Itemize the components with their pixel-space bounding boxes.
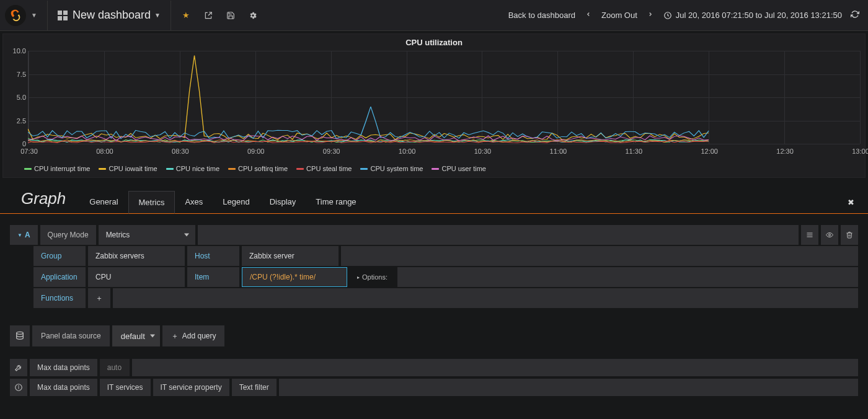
- panel-title[interactable]: CPU utilization: [4, 34, 864, 51]
- query-letter-toggle[interactable]: ▼ A: [10, 225, 38, 245]
- legend-item[interactable]: CPU interrupt time: [24, 165, 90, 172]
- dashboard-picker[interactable]: New dashboard ▼: [51, 5, 167, 26]
- legend-color-swatch: [432, 168, 439, 170]
- series-line: [28, 56, 709, 140]
- legend-label: CPU softirq time: [238, 165, 288, 172]
- info-icon[interactable]: [10, 379, 27, 396]
- host-input[interactable]: Zabbix server: [242, 246, 339, 266]
- time-forward-button[interactable]: [642, 11, 658, 20]
- application-input[interactable]: CPU: [88, 267, 185, 287]
- query-editor: ▼ A Query Mode Metrics Group Zabbix se: [0, 214, 868, 314]
- settings-button[interactable]: [242, 5, 264, 26]
- zoom-out-button[interactable]: Zoom Out: [601, 11, 637, 20]
- options-toggle[interactable]: ▸Options:: [350, 267, 395, 287]
- panel-datasource-row: Panel data source default ＋Add query: [0, 314, 868, 353]
- legend-label: CPU iowait time: [108, 165, 157, 172]
- legend-color-swatch: [99, 168, 106, 170]
- row-spacer: [341, 246, 858, 266]
- x-axis-tick: 11:30: [626, 148, 643, 155]
- clock-icon: [663, 11, 672, 20]
- tab-time-range[interactable]: Time range: [306, 191, 366, 213]
- x-axis-tick: 08:00: [96, 148, 113, 155]
- dashboard-grid-icon: [58, 11, 68, 20]
- back-to-dashboard-link[interactable]: Back to dashboard: [508, 11, 575, 20]
- legend-item[interactable]: CPU system time: [360, 165, 423, 172]
- y-axis-tick: 5.0: [9, 94, 26, 101]
- legend-label: CPU steal time: [306, 165, 352, 172]
- legend-item[interactable]: CPU steal time: [296, 165, 352, 172]
- tab-general[interactable]: General: [79, 191, 128, 213]
- legend-color-swatch: [166, 168, 174, 170]
- query-mode-select[interactable]: Metrics: [99, 225, 195, 245]
- dashboard-title: New dashboard: [73, 9, 151, 22]
- svg-point-5: [17, 332, 24, 334]
- add-function-button[interactable]: ＋: [88, 288, 110, 308]
- tab-metrics[interactable]: Metrics: [128, 191, 175, 214]
- it-services-cell[interactable]: IT services: [100, 379, 151, 396]
- chart-legend: CPU interrupt timeCPU iowait timeCPU nic…: [4, 162, 864, 175]
- tab-legend[interactable]: Legend: [213, 191, 259, 213]
- logo-dropdown-caret-icon[interactable]: ▼: [31, 12, 37, 19]
- query-toggle-visibility-button[interactable]: [821, 225, 838, 245]
- item-input[interactable]: /CPU (?!idle).* time/: [242, 267, 347, 287]
- row-spacer: [132, 359, 858, 376]
- refresh-button[interactable]: [847, 10, 863, 20]
- panel-datasource-select[interactable]: default: [112, 325, 160, 346]
- y-axis-tick: 2.5: [9, 117, 26, 125]
- editor-type-title: Graph: [7, 189, 79, 213]
- dashboard-caret-icon: ▼: [154, 12, 161, 19]
- time-range-picker[interactable]: Jul 20, 2016 07:21:50 to Jul 20, 2016 13…: [663, 11, 842, 20]
- caret-right-icon: ▸: [357, 275, 360, 280]
- tab-axes[interactable]: Axes: [175, 191, 213, 213]
- legend-item[interactable]: CPU user time: [432, 165, 486, 172]
- text-filter-cell[interactable]: Text filter: [232, 379, 277, 396]
- svg-point-8: [19, 386, 19, 386]
- topbar: ▼ New dashboard ▼ ★ Back to dashboard Zo…: [0, 0, 868, 31]
- time-back-button[interactable]: [580, 11, 596, 20]
- panel-editor: Graph GeneralMetricsAxesLegendDisplayTim…: [0, 180, 868, 405]
- editor-close-button[interactable]: ✖: [841, 192, 861, 213]
- share-button[interactable]: [197, 5, 219, 26]
- max-data-points-label: Max data points: [30, 359, 97, 376]
- chart-area[interactable]: 02.55.07.510.007:3008:0008:3009:0009:301…: [4, 51, 864, 162]
- max-data-points-input[interactable]: auto: [100, 359, 130, 376]
- legend-item[interactable]: CPU softirq time: [228, 165, 288, 172]
- add-query-button[interactable]: ＋Add query: [162, 325, 225, 346]
- x-axis-tick: 08:30: [172, 148, 189, 155]
- y-axis-tick: 0: [9, 140, 26, 148]
- star-button[interactable]: ★: [175, 5, 197, 26]
- it-service-property-cell[interactable]: IT service property: [153, 379, 229, 396]
- svg-point-4: [829, 234, 831, 236]
- legend-label: CPU system time: [370, 165, 423, 172]
- legend-label: CPU interrupt time: [34, 165, 90, 172]
- save-button[interactable]: [219, 5, 242, 26]
- legend-color-swatch: [360, 168, 368, 170]
- row-spacer: [279, 379, 858, 396]
- time-range-text: Jul 20, 2016 07:21:50 to Jul 20, 2016 13…: [676, 11, 842, 20]
- legend-color-swatch: [228, 168, 236, 170]
- plus-icon: ＋: [171, 331, 179, 342]
- query-delete-button[interactable]: [841, 225, 858, 245]
- datasource-icon: [10, 325, 30, 346]
- y-axis-tick: 7.5: [9, 71, 26, 78]
- panel-datasource-label: Panel data source: [32, 325, 110, 346]
- legend-item[interactable]: CPU iowait time: [99, 165, 157, 172]
- query-menu-button[interactable]: [801, 225, 818, 245]
- grafana-logo-icon[interactable]: [5, 5, 26, 26]
- legend-color-swatch: [24, 168, 32, 170]
- application-label: Application: [33, 267, 86, 287]
- tab-display[interactable]: Display: [260, 191, 306, 213]
- y-axis-tick: 10.0: [9, 47, 26, 55]
- query-row-spacer: [198, 225, 799, 245]
- group-input[interactable]: Zabbix servers: [88, 246, 185, 266]
- legend-item[interactable]: CPU nice time: [166, 165, 219, 172]
- x-axis-tick: 12:00: [701, 148, 718, 155]
- query-mode-label: Query Mode: [40, 225, 96, 245]
- x-axis-tick: 12:30: [776, 148, 794, 155]
- x-axis-tick: 13:00: [852, 148, 868, 155]
- host-label: Host: [187, 246, 239, 266]
- caret-down-icon: ▼: [17, 232, 22, 238]
- functions-label: Functions: [33, 288, 86, 308]
- x-axis-tick: 09:30: [323, 148, 340, 155]
- editor-tabs: Graph GeneralMetricsAxesLegendDisplayTim…: [0, 189, 868, 214]
